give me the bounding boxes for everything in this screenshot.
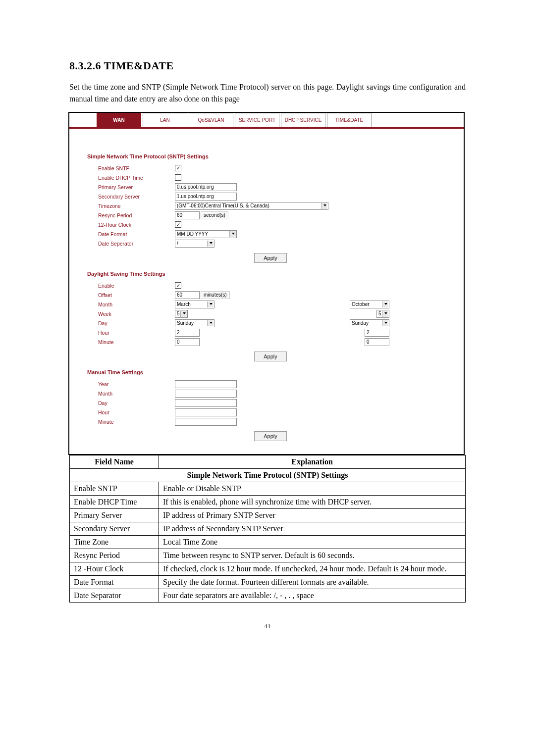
primary-server-label: Primary Server (98, 184, 175, 190)
resync-period-label: Resync Period (98, 212, 175, 218)
sntp-apply-button[interactable]: Apply (254, 253, 287, 263)
table-row: Time ZoneLocal Time Zone (70, 536, 466, 549)
date-format-label: Date Format (98, 231, 175, 237)
dst-enable-checkbox[interactable]: ✓ (175, 282, 181, 289)
chevron-down-icon (210, 322, 213, 324)
dst-week-label: Week (98, 311, 175, 317)
dst-minute-end-input[interactable]: 0 (365, 338, 389, 346)
timezone-select[interactable]: (GMT-06:00)Central Time(U.S. & Canada) (175, 202, 328, 210)
dst-hour-label: Hour (98, 330, 175, 336)
manual-day-input[interactable] (175, 399, 237, 407)
page-number: 41 (69, 622, 466, 630)
chevron-down-icon (232, 233, 235, 235)
manual-minute-label: Minute (98, 419, 175, 425)
dst-minute-start-input[interactable]: 0 (175, 338, 200, 346)
tab-bar: WAN LAN QoS&VLAN SERVICE PORT DHCP SERVI… (69, 113, 464, 129)
manual-hour-input[interactable] (175, 408, 237, 416)
dst-week-end-select[interactable]: 5 (376, 310, 389, 318)
table-section-sntp: Simple Network Time Protocol (SNTP) Sett… (70, 469, 466, 482)
table-row: Date FormatSpecify the date format. Four… (70, 576, 466, 589)
manual-month-input[interactable] (175, 390, 237, 398)
table-header-explanation: Explanation (159, 455, 466, 469)
manual-year-input[interactable] (175, 380, 237, 388)
dst-month-label: Month (98, 302, 175, 307)
manual-apply-button[interactable]: Apply (254, 431, 287, 441)
dst-week-start-select[interactable]: 5 (175, 310, 188, 318)
date-separator-select[interactable]: / (175, 240, 214, 248)
manual-section-title: Manual Time Settings (87, 369, 454, 375)
secondary-server-input[interactable]: 1.us.pool.ntp.org (175, 193, 237, 201)
tab-lan[interactable]: LAN (143, 113, 187, 127)
date-format-select[interactable]: MM DD YYYY (175, 230, 237, 238)
table-header-field: Field Name (70, 455, 159, 469)
dst-minute-label: Minute (98, 339, 175, 345)
table-row: 12 -Hour ClockIf checked, clock is 12 ho… (70, 562, 466, 576)
dst-offset-input[interactable]: 60 (175, 291, 200, 299)
sntp-section-title: Simple Network Time Protocol (SNTP) Sett… (87, 153, 454, 159)
chevron-down-icon (183, 312, 186, 314)
resync-period-input[interactable]: 60 (175, 211, 200, 219)
chevron-down-icon (384, 303, 387, 305)
config-screenshot: WAN LAN QoS&VLAN SERVICE PORT DHCP SERVI… (68, 112, 465, 455)
secondary-server-label: Secondary Server (98, 194, 175, 200)
dst-enable-label: Enable (98, 283, 175, 289)
enable-dhcp-time-label: Enable DHCP Time (98, 175, 175, 181)
tab-dhcp-service[interactable]: DHCP SERVICE (281, 113, 325, 127)
enable-sntp-checkbox[interactable]: ✓ (175, 165, 181, 171)
dst-hour-end-input[interactable]: 2 (365, 329, 389, 337)
section-heading: 8.3.2.6 TIME&DATE (69, 59, 466, 72)
tab-time-date[interactable]: TIME&DATE (327, 113, 372, 127)
table-row: Date SeparatorFour date separators are a… (70, 589, 466, 603)
tab-qosvlan[interactable]: QoS&VLAN (189, 113, 233, 127)
chevron-down-icon (384, 312, 387, 314)
dst-day-end-select[interactable]: Sunday (350, 319, 389, 327)
enable-sntp-label: Enable SNTP (98, 165, 175, 171)
chevron-down-icon (210, 303, 213, 305)
manual-minute-input[interactable] (175, 418, 237, 426)
tab-service-port[interactable]: SERVICE PORT (235, 113, 279, 127)
chevron-down-icon (323, 204, 326, 206)
primary-server-input[interactable]: 0.us.pool.ntp.org (175, 183, 237, 191)
twelve-hour-clock-label: 12-Hour Clock (98, 222, 175, 228)
intro-paragraph: Set the time zone and SNTP (Simple Netwo… (69, 81, 466, 105)
timezone-label: Timezone (98, 203, 175, 209)
dst-day-start-select[interactable]: Sunday (175, 319, 214, 327)
table-row: Primary ServerIP address of Primary SNTP… (70, 509, 466, 522)
manual-day-label: Day (98, 400, 175, 406)
dst-month-end-select[interactable]: October (350, 301, 389, 308)
table-row: Enable DHCP TimeIf this is enabled, phon… (70, 496, 466, 509)
table-row: Enable SNTPEnable or Disable SNTP (70, 482, 466, 496)
manual-hour-label: Hour (98, 409, 175, 415)
manual-month-label: Month (98, 391, 175, 397)
resync-period-unit: second(s) (201, 211, 228, 219)
tab-wan[interactable]: WAN (97, 113, 141, 127)
enable-dhcp-time-checkbox[interactable] (175, 174, 181, 181)
explanation-table: Field Name Explanation Simple Network Ti… (69, 455, 466, 603)
date-separator-label: Date Seperator (98, 241, 175, 247)
dst-hour-start-input[interactable]: 2 (175, 329, 200, 337)
table-row: Resync PeriodTime between resync to SNTP… (70, 549, 466, 562)
dst-apply-button[interactable]: Apply (254, 352, 287, 361)
dst-month-start-select[interactable]: March (175, 301, 214, 308)
dst-offset-unit: minutes(s) (201, 291, 230, 299)
chevron-down-icon (384, 322, 387, 324)
dst-day-label: Day (98, 320, 175, 326)
manual-year-label: Year (98, 381, 175, 387)
chevron-down-icon (210, 242, 213, 244)
dst-section-title: Daylight Saving Time Settings (87, 271, 454, 277)
twelve-hour-clock-checkbox[interactable]: ✓ (175, 221, 181, 228)
table-row: Secondary ServerIP address of Secondary … (70, 522, 466, 536)
dst-offset-label: Offset (98, 292, 175, 298)
